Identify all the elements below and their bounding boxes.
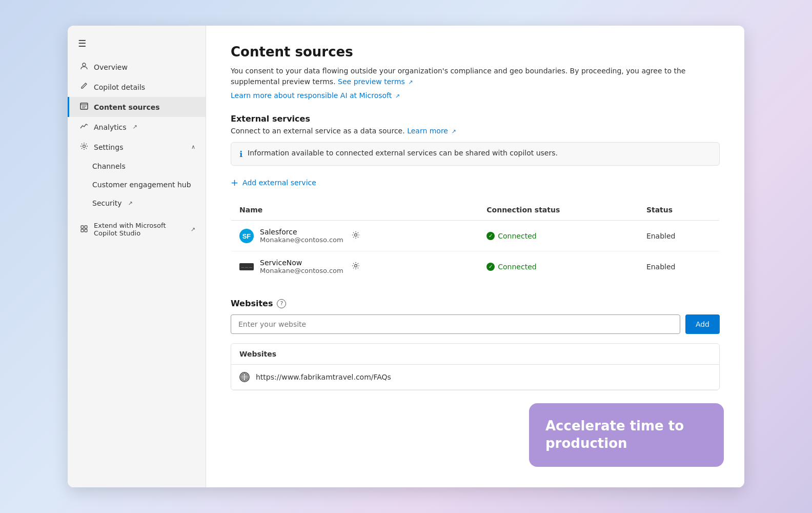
sidebar-item-channels[interactable]: Channels: [92, 157, 206, 175]
sidebar-item-content-sources[interactable]: Content sources: [68, 97, 206, 117]
salesforce-settings-button[interactable]: [350, 229, 362, 243]
col-status: Status: [638, 200, 720, 221]
website-input[interactable]: [231, 314, 680, 334]
preview-terms-external-icon: ↗: [408, 79, 413, 86]
add-website-button[interactable]: Add: [685, 314, 720, 334]
table-row: SF Salesforce Monakane@contoso.com: [231, 221, 720, 251]
settings-submenu: Channels Customer engagement hub Securit…: [68, 157, 206, 212]
col-name: Name: [231, 200, 479, 221]
sidebar-item-analytics-label: Analytics: [94, 123, 127, 131]
globe-icon: [239, 372, 250, 382]
salesforce-connection-cell: ✓ Connected: [478, 221, 638, 251]
page-title: Content sources: [231, 44, 720, 60]
external-services-section: External services Connect to an external…: [231, 114, 720, 282]
svg-rect-7: [85, 226, 87, 228]
sidebar-item-channels-label: Channels: [92, 162, 126, 170]
sidebar-item-copilot-details[interactable]: Copilot details: [68, 77, 206, 97]
services-table: Name Connection status Status S: [231, 199, 720, 282]
servicenow-name: ServiceNow: [260, 259, 343, 267]
websites-list: Websites https://www.fabrikamtravel.com/…: [231, 343, 720, 390]
add-plus-icon: +: [231, 177, 238, 188]
website-input-row: Add: [231, 314, 720, 334]
sidebar-item-customer-engagement[interactable]: Customer engagement hub: [92, 175, 206, 194]
websites-section: Websites ? Add Websites: [231, 299, 720, 390]
websites-title: Websites: [231, 299, 273, 308]
sidebar-item-customer-engagement-label: Customer engagement hub: [92, 181, 191, 189]
col-connection-status: Connection status: [478, 200, 638, 221]
learn-more-text: Learn more: [407, 127, 448, 135]
servicenow-logo: — — —: [239, 260, 254, 274]
responsible-ai-link[interactable]: Learn more about responsible AI at Micro…: [231, 91, 400, 100]
external-services-subtitle: Connect to an external service as a data…: [231, 127, 720, 135]
sidebar-item-analytics[interactable]: Analytics ↗: [68, 117, 206, 137]
preview-terms-text: See preview terms: [338, 77, 405, 86]
info-message-text: Information available to connected exter…: [248, 149, 558, 157]
preview-terms-link[interactable]: See preview terms ↗: [338, 77, 413, 86]
info-box: ℹ Information available to connected ext…: [231, 142, 720, 166]
svg-rect-8: [81, 229, 84, 232]
salesforce-connection-text: Connected: [498, 232, 536, 240]
servicenow-status-cell: Enabled: [638, 251, 720, 282]
add-external-service-label: Add external service: [242, 179, 316, 187]
website-url: https://www.fabrikamtravel.com/FAQs: [256, 373, 391, 381]
promo-text: Accelerate time to production: [545, 418, 707, 452]
svg-point-0: [83, 63, 86, 66]
external-services-subtitle-text: Connect to an external service as a data…: [231, 127, 405, 135]
servicenow-settings-button[interactable]: [350, 260, 362, 274]
info-icon: ℹ: [239, 149, 242, 159]
sidebar-item-settings[interactable]: Settings ∧: [68, 137, 206, 157]
hamburger-icon: ☰: [78, 38, 86, 49]
analytics-icon: [79, 122, 89, 132]
salesforce-status-cell: Enabled: [638, 221, 720, 251]
analytics-external-icon: ↗: [133, 124, 137, 130]
sidebar-item-security-label: Security: [92, 199, 122, 207]
servicenow-connected-dot: ✓: [486, 263, 495, 271]
sidebar-item-security[interactable]: Security ↗: [92, 194, 206, 212]
servicenow-account: Monakane@contoso.com: [260, 267, 343, 274]
svg-text:SF: SF: [242, 232, 251, 240]
salesforce-account: Monakane@contoso.com: [260, 236, 343, 244]
sidebar-item-extend-label: Extend with Microsoft Copilot Studio: [94, 222, 185, 237]
extend-icon: [79, 225, 89, 234]
sidebar: ☰ Overview Copilot details: [68, 26, 206, 487]
websites-list-header: Websites: [231, 344, 719, 365]
sidebar-item-settings-label: Settings: [94, 143, 123, 151]
overview-icon: [79, 62, 89, 72]
list-item: https://www.fabrikamtravel.com/FAQs: [231, 365, 719, 390]
consent-text-body: You consent to your data flowing outside…: [231, 67, 685, 86]
copilot-details-icon: [79, 82, 89, 92]
servicenow-connection-text: Connected: [498, 263, 536, 271]
extend-external-icon: ↗: [191, 226, 195, 233]
svg-point-12: [354, 233, 357, 236]
security-external-icon: ↗: [128, 200, 133, 207]
add-external-service-button[interactable]: + Add external service: [231, 173, 316, 192]
svg-rect-9: [85, 229, 87, 232]
hamburger-menu[interactable]: ☰: [68, 34, 206, 57]
responsible-ai-external-icon: ↗: [395, 93, 400, 100]
svg-text:—  —  —: — — —: [241, 265, 253, 268]
learn-more-external-icon: ↗: [451, 128, 456, 135]
sidebar-item-copilot-details-label: Copilot details: [94, 83, 145, 91]
servicenow-cell: — — — ServiceNow Monakane@contoso.com: [231, 251, 479, 282]
svg-point-5: [83, 145, 86, 148]
consent-text: You consent to your data flowing outside…: [231, 66, 720, 87]
table-row: — — — ServiceNow Monakane@contoso.com: [231, 251, 720, 282]
websites-help-icon[interactable]: ?: [277, 299, 286, 308]
salesforce-connected-dot: ✓: [486, 232, 495, 240]
settings-icon: [79, 142, 89, 152]
svg-rect-6: [81, 226, 84, 228]
servicenow-connection-badge: ✓ Connected: [486, 263, 630, 271]
sidebar-item-overview-label: Overview: [94, 63, 128, 71]
learn-more-link[interactable]: Learn more ↗: [407, 127, 456, 135]
sidebar-item-extend[interactable]: Extend with Microsoft Copilot Studio ↗: [68, 216, 206, 242]
salesforce-cell: SF Salesforce Monakane@contoso.com: [231, 221, 479, 251]
sidebar-item-overview[interactable]: Overview: [68, 57, 206, 77]
add-website-label: Add: [696, 320, 709, 328]
external-services-title: External services: [231, 114, 720, 124]
salesforce-logo: SF: [239, 229, 254, 243]
salesforce-connection-badge: ✓ Connected: [486, 232, 630, 240]
settings-chevron: ∧: [191, 144, 195, 150]
content-sources-icon: [79, 102, 89, 112]
responsible-ai-text: Learn more about responsible AI at Micro…: [231, 91, 392, 100]
salesforce-name: Salesforce: [260, 228, 343, 236]
